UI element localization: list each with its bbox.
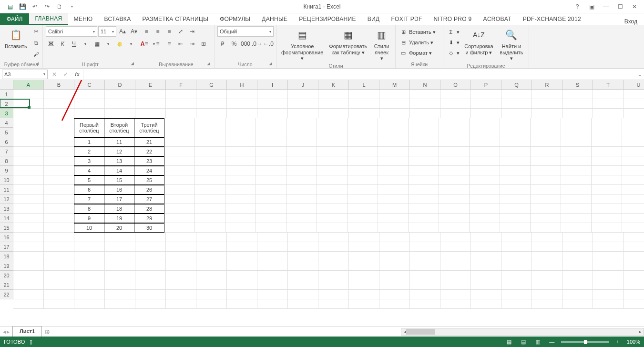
align-center-button[interactable]: ≡ [153,39,163,49]
cell[interactable] [379,271,410,280]
cell[interactable] [225,223,256,233]
cell[interactable] [531,147,561,156]
borders-dropdown[interactable]: ▾ [103,39,113,49]
cell[interactable] [288,99,318,109]
cell[interactable] [257,109,288,118]
cell[interactable] [500,223,531,233]
column-header[interactable]: Q [501,80,532,90]
cell[interactable] [13,204,44,214]
row-header[interactable]: 21 [0,280,13,290]
cell[interactable] [379,233,410,242]
cell[interactable] [196,90,227,99]
cell[interactable] [410,242,440,252]
cell[interactable] [349,252,379,261]
cell-styles-button[interactable]: ▥Стили ячеек ▾ [371,26,392,62]
cell[interactable] [440,99,471,109]
cell[interactable] [501,242,532,252]
cell[interactable] [318,242,349,252]
cell[interactable] [409,166,439,175]
fx-button[interactable]: fx [72,70,83,79]
cell[interactable] [44,271,74,280]
cell[interactable] [624,290,644,299]
cell[interactable] [471,99,501,109]
cell[interactable] [349,233,379,242]
cell[interactable] [410,299,440,309]
cut-button[interactable]: ✂ [31,26,41,37]
align-bottom-button[interactable]: ≡ [164,26,174,37]
cell[interactable] [593,109,624,118]
cell[interactable] [532,90,562,99]
cell[interactable] [593,90,624,99]
sheet-nav[interactable]: ◂▸ [0,328,12,335]
row-header[interactable]: 13 [0,204,13,214]
cell[interactable] [409,194,439,204]
cell[interactable] [349,271,379,280]
cell[interactable] [440,233,471,242]
cell[interactable] [440,299,471,309]
cell[interactable] [562,252,593,261]
page-break-view-button[interactable]: ▥ [532,337,543,346]
cell[interactable]: 18 [104,204,134,214]
cell[interactable] [409,156,439,166]
help-button[interactable]: ? [571,1,584,12]
cell[interactable] [317,156,348,166]
cell[interactable] [532,233,562,242]
cell[interactable] [256,214,286,223]
cell[interactable] [624,109,644,118]
expand-formula-bar-button[interactable]: ⌄ [635,71,644,78]
cell[interactable] [532,252,562,261]
column-header[interactable]: L [349,80,379,90]
cell[interactable] [349,261,379,271]
cell[interactable] [256,223,286,233]
cell[interactable] [227,290,257,299]
cell[interactable] [135,271,166,280]
worksheet-grid[interactable]: ABCDEFGHIJKLMNOPQRSTU 123456789101112131… [0,80,644,326]
cell[interactable] [135,99,166,109]
cell[interactable] [105,90,135,99]
cell[interactable] [196,299,227,309]
cell[interactable] [471,252,501,261]
cell[interactable] [317,175,348,185]
cell[interactable] [561,166,592,175]
cell[interactable] [471,271,501,280]
cell[interactable] [439,118,470,137]
cell[interactable] [410,233,440,242]
ribbon-tab-разметка-страницы[interactable]: РАЗМЕТКА СТРАНИЦЫ [136,13,214,25]
cell[interactable] [592,147,622,156]
conditional-formatting-button[interactable]: ▤Условное форматирование ▾ [279,26,325,62]
cell[interactable] [531,214,561,223]
cell[interactable] [225,175,256,185]
cell[interactable] [105,261,135,271]
column-header[interactable]: F [166,80,196,90]
cell[interactable] [225,118,256,137]
cell[interactable] [592,223,622,233]
cell[interactable] [500,166,531,175]
cell[interactable] [44,204,74,214]
cell[interactable] [227,109,257,118]
cell[interactable] [318,233,349,242]
row-header[interactable]: 4 [0,118,13,128]
redo-button[interactable]: ↷ [42,1,52,12]
cell[interactable] [622,214,644,223]
cell[interactable] [440,290,471,299]
cell[interactable] [592,156,622,166]
column-header[interactable]: K [318,80,349,90]
cell[interactable] [440,242,471,252]
cell[interactable] [195,137,225,147]
cell[interactable] [74,261,105,271]
delete-cells-button[interactable]: ⊟Удалить ▾ [399,38,434,47]
cell[interactable] [225,204,256,214]
cell[interactable] [531,185,561,194]
cell[interactable] [227,271,257,280]
cell[interactable] [439,175,470,185]
fill-color-button[interactable]: ◍ [114,39,125,49]
cell[interactable] [501,90,532,99]
cell[interactable] [501,99,532,109]
cell[interactable] [286,223,317,233]
cell[interactable] [531,166,561,175]
cell[interactable] [256,166,286,175]
cell[interactable]: 15 [104,175,134,185]
row-header[interactable]: 1 [0,90,13,99]
cell[interactable]: 20 [104,223,134,233]
cell[interactable] [378,156,409,166]
